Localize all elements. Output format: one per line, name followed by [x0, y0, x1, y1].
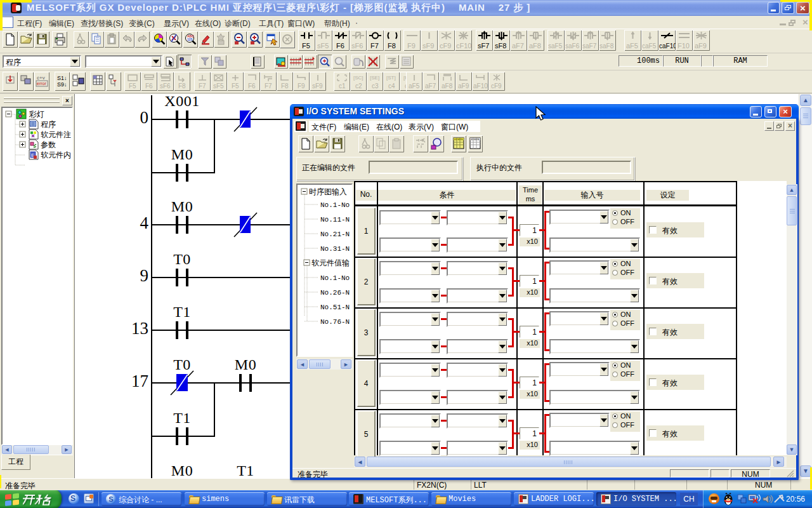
svg-text:caF10: caF10	[659, 43, 677, 50]
svg-text:c+v: c+v	[37, 75, 45, 81]
svg-text:F5: F5	[232, 83, 239, 90]
svg-text:软元件内: 软元件内	[41, 150, 71, 159]
svg-text:aF9: aF9	[458, 83, 469, 90]
svg-text:No.21-N: No.21-N	[320, 231, 350, 238]
svg-text:F10: F10	[678, 42, 690, 50]
svg-text:saF8: saF8	[599, 43, 614, 50]
svg-text:cF9: cF9	[440, 42, 451, 50]
svg-text:F7: F7	[265, 83, 272, 90]
svg-text:123: 123	[187, 37, 193, 41]
svg-text:F8: F8	[281, 83, 289, 90]
svg-text:彩灯: 彩灯	[29, 110, 44, 119]
svg-text:No.1-No: No.1-No	[320, 201, 350, 209]
svg-text:saF7: saF7	[582, 43, 597, 50]
svg-text:aF7: aF7	[512, 42, 524, 50]
svg-text:时序图输入: 时序图输入	[309, 187, 347, 196]
svg-text:软元件值输: 软元件值输	[311, 258, 350, 267]
svg-text:sF9: sF9	[312, 83, 323, 90]
svg-text:aF5: aF5	[626, 42, 638, 50]
svg-text:sF5: sF5	[213, 83, 224, 90]
svg-text:No.76-N: No.76-N	[320, 318, 350, 326]
svg-text:IO SYS: IO SYS	[471, 138, 480, 141]
svg-text:程序: 程序	[41, 120, 56, 129]
svg-text:[ST]: [ST]	[386, 75, 396, 81]
svg-text:sF9: sF9	[422, 42, 434, 50]
svg-text:S1↓: S1↓	[57, 75, 67, 81]
svg-text:IO SYS: IO SYS	[454, 138, 463, 141]
svg-text:cF10: cF10	[456, 42, 471, 50]
svg-text:sF8: sF8	[495, 42, 506, 50]
svg-text:aF8: aF8	[442, 83, 453, 90]
svg-text:S9↓: S9↓	[57, 81, 67, 88]
svg-text:参数: 参数	[41, 140, 56, 149]
svg-text:sF6: sF6	[351, 42, 363, 50]
svg-text:No.11-N: No.11-N	[320, 216, 350, 224]
svg-text:aF5: aF5	[409, 83, 420, 90]
svg-text:aF10: aF10	[473, 83, 488, 90]
svg-text:c1: c1	[339, 83, 346, 90]
svg-text:F6: F6	[248, 83, 256, 90]
svg-text:F9: F9	[298, 83, 305, 90]
svg-text:[SC]: [SC]	[353, 75, 363, 81]
svg-text:aF8: aF8	[529, 42, 541, 50]
svg-text:saF5: saF5	[548, 43, 563, 50]
svg-text:软元件注: 软元件注	[41, 130, 71, 139]
svg-text:No.26-N: No.26-N	[320, 289, 350, 297]
svg-text:No.51-N: No.51-N	[320, 304, 350, 311]
svg-text:No.31-N: No.31-N	[320, 245, 350, 253]
svg-text:F9: F9	[407, 42, 416, 50]
svg-text:sF5: sF5	[317, 42, 329, 50]
svg-text:c2: c2	[355, 83, 362, 90]
svg-text:F6: F6	[145, 83, 153, 90]
svg-text:F8: F8	[178, 83, 186, 90]
svg-text:aF9: aF9	[695, 42, 707, 50]
svg-text:[SE]: [SE]	[370, 75, 379, 81]
svg-text:F5: F5	[129, 83, 136, 90]
svg-text:error: error	[37, 81, 46, 86]
svg-text:No.1-No: No.1-No	[320, 274, 350, 282]
svg-text:c4: c4	[388, 83, 395, 90]
svg-text:aF7: aF7	[425, 83, 436, 90]
svg-text:F6: F6	[336, 42, 344, 50]
svg-text:F7: F7	[370, 42, 379, 50]
svg-text:sF6: sF6	[160, 83, 171, 90]
svg-text:F7: F7	[199, 83, 206, 90]
svg-text:F8: F8	[388, 42, 396, 50]
svg-text:sF7: sF7	[478, 42, 489, 50]
svg-text:saF6: saF6	[565, 43, 580, 50]
svg-text:caF5: caF5	[642, 43, 657, 50]
svg-text:c3: c3	[372, 83, 379, 90]
svg-text:F5: F5	[302, 42, 310, 50]
svg-text:cF9: cF9	[491, 83, 502, 90]
